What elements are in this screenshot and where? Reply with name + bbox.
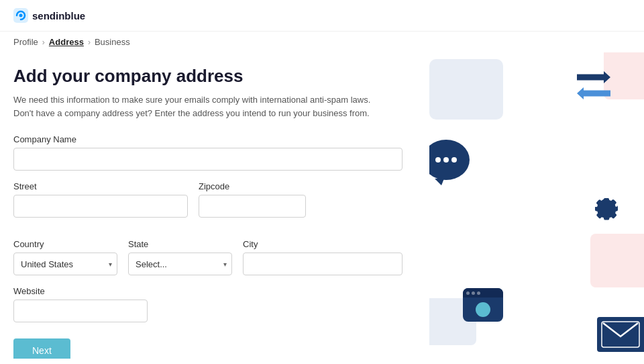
deco-app-dot-3 (477, 291, 480, 295)
deco-shape-top-left (429, 59, 503, 120)
chat-dot-2 (443, 157, 449, 163)
deco-app-window (463, 288, 503, 322)
street-field-group: Street (13, 181, 188, 218)
state-select-wrapper: Select... California New York Texas Flor… (128, 253, 232, 275)
deco-arrows (577, 71, 610, 99)
street-group: Street (13, 181, 188, 228)
website-label: Website (13, 286, 148, 296)
deco-email-icon (597, 317, 644, 352)
deco-app-dot-1 (466, 291, 470, 295)
zipcode-label: Zipcode (199, 181, 306, 191)
company-name-group: Company Name (13, 134, 402, 171)
zipcode-input[interactable] (199, 195, 306, 218)
page-description: We need this information to make sure yo… (13, 93, 376, 120)
arrow-left-icon (577, 87, 610, 99)
street-label: Street (13, 181, 188, 191)
svg-point-1 (19, 14, 23, 17)
country-label: Country (13, 239, 117, 249)
country-group: Country United States United Kingdom Can… (13, 239, 117, 275)
breadcrumb-address: Address (49, 37, 84, 47)
form-area: Add your company address We need this in… (0, 52, 429, 359)
website-input[interactable] (13, 300, 148, 322)
chat-dots (435, 157, 457, 163)
city-label: City (243, 239, 402, 249)
deco-shape-mid-right (590, 234, 644, 287)
state-label: State (128, 239, 232, 249)
country-state-city-row: Country United States United Kingdom Can… (13, 239, 402, 275)
breadcrumb-sep-2: › (88, 38, 91, 47)
main-content: Add your company address We need this in… (0, 52, 644, 359)
breadcrumb-profile[interactable]: Profile (13, 37, 38, 47)
decorative-area (429, 52, 644, 359)
zipcode-field-group: Zipcode (199, 181, 306, 218)
logo-icon (13, 8, 28, 23)
breadcrumb-business[interactable]: Business (95, 37, 130, 47)
company-name-input[interactable] (13, 148, 402, 171)
street-input[interactable] (13, 195, 188, 218)
page-title: Add your company address (13, 66, 402, 87)
website-group: Website (13, 286, 148, 322)
next-button[interactable]: Next (13, 338, 70, 359)
deco-app-circle (476, 302, 490, 317)
deco-chat-bubble (429, 140, 470, 180)
country-select-wrapper: United States United Kingdom Canada Aust… (13, 253, 117, 275)
street-zip-row: Street Zipcode (13, 181, 402, 228)
zipcode-group: Zipcode (199, 181, 306, 228)
arrow-right-icon (577, 71, 610, 83)
svg-rect-2 (600, 319, 641, 350)
breadcrumb: Profile › Address › Business (0, 32, 644, 52)
header: sendinblue (0, 0, 644, 32)
logo: sendinblue (13, 8, 85, 23)
city-group: City (243, 239, 402, 275)
gear-icon (588, 187, 624, 223)
logo-text: sendinblue (32, 10, 85, 21)
chat-dot-1 (435, 157, 441, 163)
state-group: State Select... California New York Texa… (128, 239, 232, 275)
chat-dot-3 (451, 157, 457, 163)
city-input[interactable] (243, 253, 402, 275)
deco-app-dot-2 (472, 291, 475, 295)
company-name-label: Company Name (13, 134, 402, 144)
deco-app-body (463, 298, 503, 322)
breadcrumb-sep-1: › (42, 38, 45, 47)
state-select[interactable]: Select... California New York Texas Flor… (128, 253, 232, 275)
country-select[interactable]: United States United Kingdom Canada Aust… (13, 253, 117, 275)
deco-app-bar (463, 288, 503, 298)
